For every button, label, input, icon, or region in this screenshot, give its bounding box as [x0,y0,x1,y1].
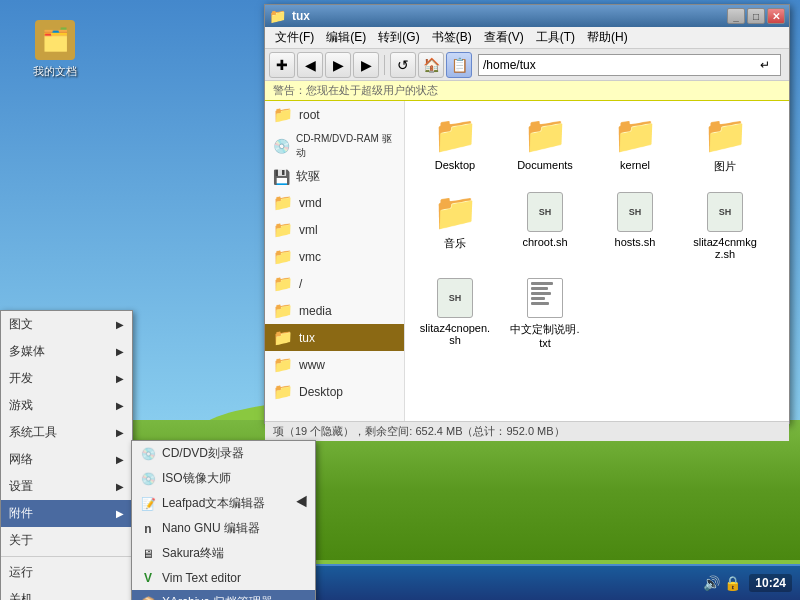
file-name-slitaz-mkgz: slitaz4cnmkgz.sh [689,236,761,260]
sh-icon-slitaz-mkgz: SH [705,192,745,232]
file-name-music: 音乐 [444,236,466,251]
sh-icon-hosts: SH [615,192,655,232]
address-input[interactable] [483,58,754,72]
folder-icon-music: 📁 [435,192,475,232]
address-bar: ↵ [478,54,781,76]
menu-bookmark[interactable]: 书签(B) [426,27,478,48]
window-title-text: tux [292,9,727,23]
sidebar-item-cdrom[interactable]: 💿 CD-RM/DVD-RAM 驱动 [265,128,404,164]
window-maximize-button[interactable]: □ [747,8,765,24]
file-item-pictures[interactable]: 📁 图片 [685,111,765,178]
file-item-slitaz-mkgz[interactable]: SH slitaz4cnmkgz.sh [685,188,765,264]
menu-file[interactable]: 文件(F) [269,27,320,48]
file-item-readme[interactable]: 中文定制说明.txt [505,274,585,353]
toolbar-reload-button[interactable]: ↺ [390,52,416,78]
window-close-button[interactable]: ✕ [767,8,785,24]
folder-icon: 📁 [273,247,293,266]
window-menubar: 文件(F) 编辑(E) 转到(G) 书签(B) 查看(V) 工具(T) 帮助(H… [265,27,789,49]
txt-icon-readme [525,278,565,318]
menu-edit[interactable]: 编辑(E) [320,27,372,48]
submenu-item-sakura[interactable]: 🖥 Sakura终端 [132,541,315,566]
left-menu-item-run[interactable]: 运行 [1,559,132,586]
sakura-icon: 🖥 [140,546,156,562]
left-menu-item-accessories[interactable]: 附件 ▶ [1,500,132,527]
window-controls: _ □ ✕ [727,8,785,24]
menu-help[interactable]: 帮助(H) [581,27,634,48]
toolbar-up-button[interactable]: ▶ [353,52,379,78]
left-menu-item-dev[interactable]: 开发 ▶ [1,365,132,392]
sidebar-item-www[interactable]: 📁 www [265,351,404,378]
left-menu-item-about[interactable]: 关于 [1,527,132,554]
file-name-readme: 中文定制说明.txt [509,322,581,349]
submenu-item-leafpad[interactable]: 📝 Leafpad文本编辑器 [132,491,315,516]
file-name-kernel: kernel [620,159,650,171]
submenu-item-xarchive[interactable]: 📦 XArchive 归档管理器 [132,590,315,600]
accessories-submenu: 💿 CD/DVD刻录器 💿 ISO镜像大师 📝 Leafpad文本编辑器 n N… [131,440,316,600]
toolbar-back-button[interactable]: ◀ [297,52,323,78]
submenu-arrow-icon: ▶ [116,319,124,330]
sh-icon-slitaz-open: SH [435,278,475,318]
menu-view[interactable]: 查看(V) [478,27,530,48]
toolbar-copy-button[interactable]: 📋 [446,52,472,78]
system-tray: 🔊 🔒 [703,575,741,591]
folder-icon: 📁 [273,382,293,401]
submenu-arrow-icon: ▶ [116,346,124,357]
sidebar-item-tux[interactable]: 📁 tux [265,324,404,351]
file-item-slitaz-open[interactable]: SH slitaz4cnopen.sh [415,274,495,353]
toolbar-new-button[interactable]: ✚ [269,52,295,78]
menu-tools[interactable]: 工具(T) [530,27,581,48]
file-name-slitaz-open: slitaz4cnopen.sh [419,322,491,346]
submenu-arrow-icon: ▶ [116,400,124,411]
desktop-icon-img: 🗂️ [35,20,75,60]
left-menu-item-network[interactable]: 网络 ▶ [1,446,132,473]
sidebar-item-media[interactable]: 📁 media [265,297,404,324]
file-item-desktop[interactable]: 📁 Desktop [415,111,495,178]
file-item-documents[interactable]: 📁 Documents [505,111,585,178]
toolbar-sep1 [384,55,385,75]
sidebar-item-vmc[interactable]: 📁 vmc [265,243,404,270]
desktop-icon-label: 我的文档 [20,64,90,79]
sidebar-item-floppy[interactable]: 💾 软驱 [265,164,404,189]
file-item-music[interactable]: 📁 音乐 [415,188,495,264]
address-go-button[interactable]: ↵ [754,54,776,76]
file-item-hosts[interactable]: SH hosts.sh [595,188,675,264]
folder-icon-kernel: 📁 [615,115,655,155]
file-name-hosts: hosts.sh [615,236,656,248]
status-bar: 项（19 个隐藏），剩余空间: 652.4 MB（总计：952.0 MB） [265,421,789,441]
sidebar-item-vmd[interactable]: 📁 vmd [265,189,404,216]
sidebar-item-vml[interactable]: 📁 vml [265,216,404,243]
submenu-item-vim[interactable]: V Vim Text editor [132,566,315,590]
submenu-arrow-icon: ▶ [116,427,124,438]
left-menu-item-games[interactable]: 游戏 ▶ [1,392,132,419]
tray-network-icon: 🔊 [703,575,720,591]
taskbar-right: 🔊 🔒 10:24 [703,574,800,592]
sidebar-item-root[interactable]: 📁 root [265,101,404,128]
window-minimize-button[interactable]: _ [727,8,745,24]
file-name-documents: Documents [517,159,573,171]
submenu-item-cddvd[interactable]: 💿 CD/DVD刻录器 [132,441,315,466]
folder-icon-desktop: 📁 [435,115,475,155]
file-item-kernel[interactable]: 📁 kernel [595,111,675,178]
menu-separator [1,556,132,557]
left-menu-item-settings[interactable]: 设置 ▶ [1,473,132,500]
clock: 10:24 [749,574,792,592]
submenu-item-iso[interactable]: 💿 ISO镜像大师 [132,466,315,491]
left-menu-item-sysutils[interactable]: 系统工具 ▶ [1,419,132,446]
floppy-icon: 💾 [273,169,290,185]
toolbar-forward-button[interactable]: ▶ [325,52,351,78]
left-menu-item-shutdown[interactable]: 关机 [1,586,132,600]
file-manager-window: 📁 tux _ □ ✕ 文件(F) 编辑(E) 转到(G) 书签(B) 查看(V… [264,4,790,424]
menu-goto[interactable]: 转到(G) [372,27,425,48]
sidebar-item-desktop[interactable]: 📁 Desktop [265,378,404,405]
sh-icon-chroot: SH [525,192,565,232]
sidebar-item-root-dir[interactable]: 📁 / [265,270,404,297]
file-item-chroot[interactable]: SH chroot.sh [505,188,585,264]
submenu-item-nano[interactable]: n Nano GNU 编辑器 [132,516,315,541]
desktop-icon-documents[interactable]: 🗂️ 我的文档 [20,20,90,79]
left-menu-item-graphics[interactable]: 图文 ▶ [1,311,132,338]
left-menu: 图文 ▶ 多媒体 ▶ 开发 ▶ 游戏 ▶ 系统工具 ▶ 网络 ▶ 设置 ▶ 附件… [0,310,133,600]
vim-icon: V [140,570,156,586]
folder-icon: 📁 [273,301,293,320]
left-menu-item-multimedia[interactable]: 多媒体 ▶ [1,338,132,365]
toolbar-home-button[interactable]: 🏠 [418,52,444,78]
